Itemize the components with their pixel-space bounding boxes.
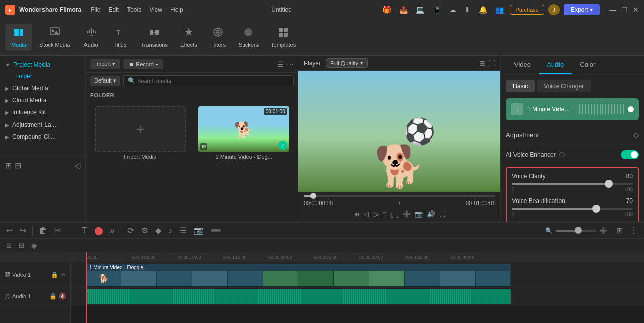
stop-button[interactable]: □ xyxy=(383,210,387,218)
sidebar-item-project-media[interactable]: ▼ Project Media xyxy=(0,59,85,71)
cloud-icon[interactable]: ☁ xyxy=(447,5,458,15)
import-thumb[interactable]: + xyxy=(95,106,186,152)
sidebar-item-adjustment[interactable]: ▶ Adjustment La... xyxy=(0,118,85,131)
notification-icon[interactable]: 🔔 xyxy=(477,5,489,15)
ai-voice-toggle[interactable] xyxy=(621,150,639,159)
zoom-slider[interactable] xyxy=(556,230,596,232)
menu-tools[interactable]: Tools xyxy=(127,6,141,13)
video-eye-icon[interactable]: 👁 xyxy=(60,271,66,278)
audio-play-toggle[interactable] xyxy=(628,106,634,112)
subtract-button[interactable]: ➖ xyxy=(209,225,223,236)
screen-icon[interactable]: 📱 xyxy=(431,5,443,15)
audio-lock-icon[interactable]: 🔒 xyxy=(49,293,57,300)
text-button[interactable]: T xyxy=(80,225,89,236)
undo-button[interactable]: ↩ xyxy=(4,225,15,236)
magnet-button[interactable]: ◉ xyxy=(29,240,39,250)
settings-button[interactable]: ⚙ xyxy=(139,225,150,236)
toolbar-item-stock[interactable]: Stock Media xyxy=(34,24,75,51)
share-icon[interactable]: 📤 xyxy=(397,5,410,15)
sidebar-bottom-btn1[interactable]: ⊞ xyxy=(5,160,12,170)
import-media-item[interactable]: + Import Media xyxy=(91,106,190,160)
zoom-out-icon[interactable]: 🔍 xyxy=(545,227,553,234)
caption-button[interactable]: ☰ xyxy=(178,225,189,236)
fullscreen-button[interactable]: ⛶ xyxy=(439,210,446,218)
progress-thumb[interactable] xyxy=(310,193,316,199)
mark-out-button[interactable]: ] xyxy=(397,210,399,218)
audio-clip[interactable] xyxy=(86,289,511,304)
voice-clarity-slider[interactable] xyxy=(512,183,633,185)
add-to-timeline-button[interactable]: ➕ xyxy=(403,210,411,218)
gift-icon[interactable]: 🎁 xyxy=(380,5,393,15)
progress-bar[interactable] xyxy=(304,195,495,197)
video-thumb[interactable]: 🐕 00:01:00 ⊞ ✓ xyxy=(198,106,289,152)
default-view-button[interactable]: Default ▾ xyxy=(90,76,120,86)
toolbar-item-effects[interactable]: Effects xyxy=(175,24,202,51)
video-lock-icon[interactable]: 🔒 xyxy=(51,271,58,278)
sidebar-item-cloud-media[interactable]: ▶ Cloud Media xyxy=(0,94,85,106)
split-button[interactable]: ⎸ xyxy=(66,225,77,236)
maximize-button[interactable]: ☐ xyxy=(621,6,628,14)
audio-button[interactable]: 🔊 xyxy=(427,210,435,218)
toolbar-item-audio[interactable]: Audio xyxy=(77,24,105,51)
marker-button[interactable]: ◆ xyxy=(153,225,163,236)
scene-button[interactable]: 📷 xyxy=(192,225,206,236)
more-options-button[interactable]: ⋮ xyxy=(628,225,640,236)
ai-voice-info-icon[interactable]: ⓘ xyxy=(559,151,565,159)
audio-mute-icon[interactable]: 🔇 xyxy=(59,293,66,300)
mark-in-button[interactable]: [ xyxy=(391,210,393,218)
tab-audio[interactable]: Audio xyxy=(539,56,572,74)
grid-layout-button[interactable]: ⊞ xyxy=(614,225,625,236)
track-options-button[interactable]: ⊟ xyxy=(17,240,26,250)
voice-beautification-thumb[interactable] xyxy=(592,205,600,213)
record-button[interactable]: ⏺ Record ▾ xyxy=(123,59,163,69)
toolbar-item-templates[interactable]: Templates xyxy=(266,24,301,51)
voice-beautification-slider[interactable] xyxy=(512,208,633,210)
color-button[interactable]: ⬤ xyxy=(92,225,105,236)
audio-marker-button[interactable]: ♪ xyxy=(166,225,175,236)
more-options-icon[interactable]: ⋯ xyxy=(287,60,294,68)
playhead[interactable] xyxy=(86,252,87,323)
user-avatar[interactable]: J xyxy=(548,4,560,15)
trim-button[interactable]: ✂ xyxy=(52,225,63,236)
zoom-in-icon[interactable]: ➕ xyxy=(599,227,607,234)
minimize-button[interactable]: — xyxy=(609,6,616,14)
voice-clarity-thumb[interactable] xyxy=(605,180,613,188)
menu-view[interactable]: View xyxy=(149,6,162,13)
quality-selector[interactable]: Full Quality ▾ xyxy=(326,58,368,68)
zoom-thumb[interactable] xyxy=(575,227,582,234)
adjustment-expand-icon[interactable]: ◇ xyxy=(633,131,639,139)
add-track-button[interactable]: ⊞ xyxy=(4,240,14,250)
sidebar-collapse-btn[interactable]: ◁ xyxy=(74,160,80,170)
play-button[interactable]: ▷ xyxy=(373,209,379,219)
export-button[interactable]: Export ▾ xyxy=(564,4,600,15)
toolbar-item-titles[interactable]: T Titles xyxy=(107,24,134,51)
menu-edit[interactable]: Edit xyxy=(108,6,119,13)
download-icon[interactable]: ⬇ xyxy=(462,5,473,15)
loop-button[interactable]: ⟳ xyxy=(125,225,136,236)
skip-to-start-button[interactable]: ⏮ xyxy=(353,210,360,218)
people-icon[interactable]: 👥 xyxy=(493,5,506,15)
toolbar-item-transitions[interactable]: Transitions xyxy=(136,24,173,51)
tab-color[interactable]: Color xyxy=(572,56,604,74)
sidebar-item-compound[interactable]: ▶ Compound Cli... xyxy=(0,131,85,143)
menu-help[interactable]: Help xyxy=(170,6,183,13)
toolbar-item-filters[interactable]: Filters xyxy=(204,24,232,51)
sub-tab-voice-changer[interactable]: Voice Changer xyxy=(537,80,591,92)
import-button[interactable]: Import ▾ xyxy=(90,59,120,69)
menu-file[interactable]: File xyxy=(91,6,100,13)
redo-button[interactable]: ↪ xyxy=(18,225,28,236)
grid-view-icon[interactable]: ⊞ xyxy=(479,59,485,67)
purchase-button[interactable]: Purchase xyxy=(510,5,544,15)
delete-button[interactable]: 🗑 xyxy=(37,225,49,236)
device-icon[interactable]: 💻 xyxy=(414,5,426,15)
snapshot-button[interactable]: 📷 xyxy=(415,210,423,218)
tab-video[interactable]: Video xyxy=(506,56,539,74)
step-back-button[interactable]: ◁ xyxy=(364,210,369,218)
video-media-item[interactable]: 🐕 00:01:00 ⊞ ✓ 1 Minute Video - Dog... xyxy=(195,106,293,160)
sidebar-item-influence-kit[interactable]: ▶ Influence Kit xyxy=(0,106,85,118)
sidebar-item-global-media[interactable]: ▶ Global Media xyxy=(0,82,85,94)
sub-tab-basic[interactable]: Basic xyxy=(506,80,535,92)
toolbar-item-media[interactable]: Media xyxy=(5,24,32,51)
sidebar-bottom-btn2[interactable]: ⊟ xyxy=(15,160,21,170)
toolbar-item-stickers[interactable]: Stickers xyxy=(234,24,264,51)
